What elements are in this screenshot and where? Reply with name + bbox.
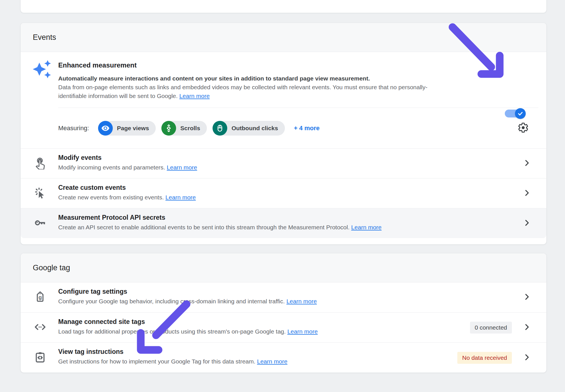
- chevron-right-icon[interactable]: [523, 323, 531, 332]
- chevron-right-icon[interactable]: [523, 159, 531, 168]
- row-description: Modify incoming events and parameters. L…: [58, 164, 473, 171]
- chip-outbound-clicks[interactable]: Outbound clicks: [213, 121, 285, 136]
- enhanced-desc-line2: Data from on-page elements such as links…: [58, 83, 477, 92]
- measuring-label: Measuring:: [58, 125, 89, 132]
- touch-icon: [34, 156, 47, 171]
- chip-page-views-label: Page views: [117, 125, 149, 132]
- sparkles-icon: [32, 59, 52, 80]
- svg-text:g: g: [38, 294, 42, 300]
- google-tag-card-title: Google tag: [33, 263, 70, 272]
- chevron-right-icon[interactable]: [523, 219, 531, 228]
- learn-more-link[interactable]: Learn more: [351, 224, 382, 230]
- cursor-click-icon: [34, 186, 47, 201]
- row-manage-connected-site-tags[interactable]: Manage connected site tags Load tags for…: [21, 312, 546, 342]
- enhanced-measurement-description: Automatically measure interactions and c…: [58, 74, 477, 100]
- ga4-data-stream-settings-screen: Events Enhanced measurement Automaticall…: [0, 0, 565, 392]
- row-view-tag-instructions[interactable]: View tag instructions Get instructions f…: [21, 342, 546, 373]
- row-modify-events[interactable]: Modify events Modify incoming events and…: [21, 148, 546, 178]
- mouse-icon: [213, 121, 227, 136]
- row-description: Create an API secret to enable additiona…: [58, 224, 473, 231]
- chip-page-views[interactable]: Page views: [98, 121, 156, 136]
- row-title: Modify events: [58, 154, 473, 162]
- learn-more-link[interactable]: Learn more: [287, 328, 318, 335]
- row-title: Create custom events: [58, 184, 473, 191]
- row-title: Manage connected site tags: [58, 318, 473, 326]
- row-description: Configure your Google tag behavior, incl…: [58, 298, 473, 305]
- learn-more-link[interactable]: Learn more: [165, 194, 196, 201]
- row-measurement-protocol-api-secrets[interactable]: Measurement Protocol API secrets Create …: [21, 208, 546, 238]
- code-icon: [34, 321, 47, 335]
- row-description: Create new events from existing events. …: [58, 194, 473, 201]
- gear-icon[interactable]: [518, 122, 529, 134]
- chevron-right-icon[interactable]: [523, 293, 531, 302]
- enhanced-desc-bold-line: Automatically measure interactions and c…: [58, 74, 477, 83]
- chip-outbound-clicks-label: Outbound clicks: [231, 125, 278, 132]
- learn-more-link[interactable]: Learn more: [286, 298, 317, 304]
- google-tag-card-header: Google tag: [21, 253, 546, 282]
- row-title: Measurement Protocol API secrets: [58, 214, 473, 221]
- events-card-header: Events: [21, 23, 546, 52]
- tag-icon: g: [34, 290, 47, 304]
- chevron-right-icon[interactable]: [523, 189, 531, 198]
- enhanced-learn-more-link[interactable]: Learn more: [179, 93, 209, 99]
- events-card: Events Enhanced measurement Automaticall…: [20, 23, 547, 245]
- row-title: View tag instructions: [58, 348, 473, 356]
- scroll-icon: [161, 121, 176, 136]
- more-measuring-link[interactable]: + 4 more: [294, 125, 320, 132]
- eye-icon: [98, 121, 113, 136]
- previous-card-partial: [20, 0, 547, 13]
- measuring-row: Measuring: Page views: [58, 108, 546, 148]
- enhanced-desc-line3: identifiable information will be sent to…: [58, 93, 178, 99]
- clipboard-code-icon: [34, 351, 47, 365]
- row-configure-tag-settings[interactable]: g Configure tag settings Configure your …: [21, 282, 546, 312]
- connected-count-badge: 0 connected: [470, 322, 512, 334]
- key-icon: [34, 216, 47, 230]
- google-tag-card: Google tag g Configure tag settings Conf…: [20, 253, 547, 373]
- chip-scrolls[interactable]: Scrolls: [161, 121, 207, 136]
- events-card-title: Events: [33, 33, 56, 42]
- row-title: Configure tag settings: [58, 288, 473, 295]
- row-description: Get instructions for how to implement yo…: [58, 358, 473, 365]
- chevron-right-icon[interactable]: [523, 353, 531, 363]
- learn-more-link[interactable]: Learn more: [167, 164, 197, 171]
- learn-more-link[interactable]: Learn more: [257, 358, 287, 365]
- enhanced-measurement-section: Enhanced measurement Automatically measu…: [21, 52, 546, 148]
- no-data-received-badge: No data received: [457, 352, 512, 364]
- enhanced-measurement-title: Enhanced measurement: [58, 61, 477, 69]
- chip-scrolls-label: Scrolls: [180, 125, 200, 132]
- row-create-custom-events[interactable]: Create custom events Create new events f…: [21, 178, 546, 208]
- row-description: Load tags for additional properties or p…: [58, 328, 473, 335]
